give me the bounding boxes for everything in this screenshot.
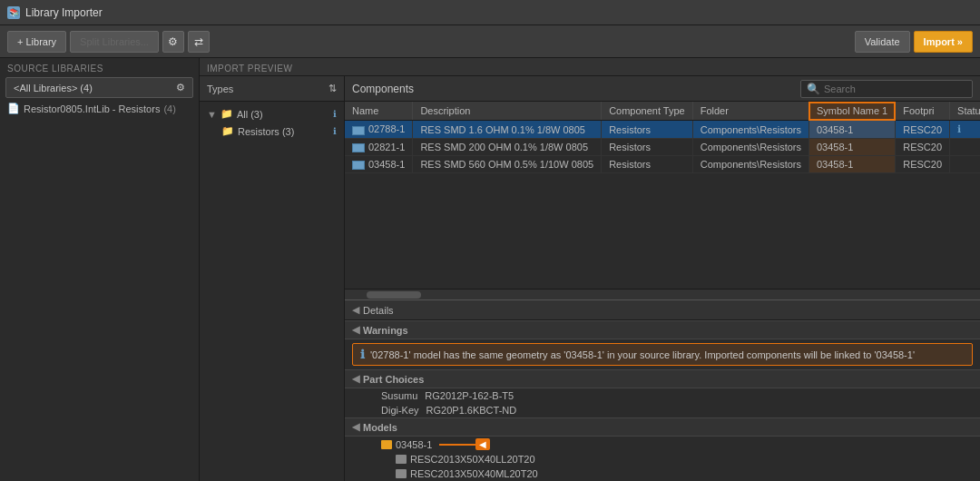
cell-footprint: RESC20 bbox=[896, 139, 950, 156]
all-libraries-label: <All Libraries> (4) bbox=[14, 83, 93, 93]
model-name-2: RESC2013X50X40ML20T20 bbox=[410, 468, 538, 479]
col-component-type: Component Type bbox=[602, 102, 693, 121]
type-all-arrow: ▼ bbox=[207, 109, 217, 120]
warnings-arrow-icon: ◀ bbox=[352, 324, 359, 336]
warning-text: '02788-1' model has the same geometry as… bbox=[370, 349, 915, 360]
col-folder: Folder bbox=[692, 102, 808, 121]
cell-name: 02821-1 bbox=[345, 139, 413, 156]
part-choice-digikey-part: RG20P1.6KBCT-ND bbox=[426, 405, 517, 416]
title-bar-text: Library Importer bbox=[25, 6, 103, 19]
type-resistors-info-icon: ℹ bbox=[333, 126, 337, 136]
resistor-library-item[interactable]: 📄 Resistor0805.IntLib - Resistors (4) bbox=[0, 100, 199, 117]
all-libraries-item[interactable]: <All Libraries> (4) ⚙ bbox=[5, 77, 193, 98]
source-libraries-label: SOURCE LIBRARIES bbox=[0, 58, 199, 75]
warnings-section-header[interactable]: ◀ Warnings bbox=[345, 320, 980, 339]
part-choice-digikey-supplier: Digi-Key bbox=[381, 405, 419, 416]
col-status: Status bbox=[950, 102, 980, 121]
col-symbol-name: Symbol Name 1 bbox=[808, 102, 895, 121]
import-button[interactable]: Import » bbox=[914, 31, 973, 53]
table-row[interactable]: 02821-1 RES SMD 200 OHM 0.1% 1/8W 0805 R… bbox=[345, 139, 980, 156]
part-choices-label: Part Choices bbox=[363, 374, 424, 385]
model-row-2: RESC2013X50X40ML20T20 bbox=[345, 466, 980, 481]
cell-status: ℹ bbox=[950, 121, 980, 139]
arrow-line bbox=[439, 444, 475, 446]
models-section-header[interactable]: ◀ Models bbox=[345, 417, 980, 437]
cell-component-type: Resistors bbox=[602, 139, 693, 156]
row-icon bbox=[352, 126, 365, 135]
col-name: Name bbox=[345, 102, 413, 121]
library-icon: 📄 bbox=[7, 103, 20, 114]
components-panel: Components 🔍 Name Description Component … bbox=[345, 76, 980, 481]
validate-button[interactable]: Validate bbox=[855, 31, 910, 53]
model-highlighted-name: 03458-1 bbox=[396, 439, 432, 450]
split-libraries-button[interactable]: Split Libraries... bbox=[70, 31, 159, 53]
components-table: Name Description Component Type Folder S… bbox=[345, 102, 980, 173]
cell-status bbox=[950, 139, 980, 156]
model-folder-highlighted-icon bbox=[381, 440, 392, 449]
col-description: Description bbox=[413, 102, 602, 121]
cell-name: 03458-1 bbox=[345, 156, 413, 173]
part-choice-digikey: Digi-Key RG20P1.6KBCT-ND bbox=[345, 403, 980, 417]
part-choice-susumu-supplier: Susumu bbox=[381, 390, 417, 401]
cell-footprint: RESC20 bbox=[896, 121, 950, 139]
warnings-label: Warnings bbox=[363, 325, 408, 336]
cell-folder: Components\Resistors bbox=[692, 121, 808, 139]
type-all-item[interactable]: ▼ 📁 All (3) ℹ bbox=[200, 105, 344, 123]
settings-button[interactable]: ⚙ bbox=[162, 31, 184, 53]
components-header: Components 🔍 bbox=[345, 76, 980, 102]
search-input[interactable] bbox=[824, 83, 966, 94]
types-sort-icon[interactable]: ⇅ bbox=[328, 83, 337, 94]
title-bar: 📚 Library Importer bbox=[0, 0, 980, 25]
horizontal-scrollbar[interactable] bbox=[345, 289, 980, 299]
import-preview-label: IMPORT PREVIEW bbox=[200, 58, 980, 76]
col-footprint: Footpri bbox=[896, 102, 950, 121]
cell-footprint: RESC20 bbox=[896, 156, 950, 173]
row-icon bbox=[352, 161, 365, 170]
scroll-thumb[interactable] bbox=[367, 291, 421, 299]
types-panel: Types ⇅ ▼ 📁 All (3) ℹ 📁 Resistors (3) ℹ bbox=[200, 76, 345, 481]
type-all-folder-icon: 📁 bbox=[220, 108, 233, 120]
content-area: IMPORT PREVIEW Types ⇅ ▼ 📁 All (3) ℹ � bbox=[200, 58, 980, 481]
type-all-info-icon: ℹ bbox=[333, 109, 337, 119]
library-gear-icon[interactable]: ⚙ bbox=[176, 82, 185, 93]
type-resistors-item[interactable]: 📁 Resistors (3) ℹ bbox=[200, 123, 344, 140]
details-header[interactable]: ◀ Details bbox=[345, 300, 980, 320]
part-choices-arrow-icon: ◀ bbox=[352, 373, 359, 385]
cell-name: 02788-1 bbox=[345, 121, 413, 139]
components-table-container[interactable]: Name Description Component Type Folder S… bbox=[345, 102, 980, 289]
details-arrow-icon: ◀ bbox=[352, 304, 359, 316]
cell-description: RES SMD 1.6 OHM 0.1% 1/8W 0805 bbox=[413, 121, 602, 139]
preview-area: Types ⇅ ▼ 📁 All (3) ℹ 📁 Resistors (3) ℹ bbox=[200, 76, 980, 481]
model-folder-icon-1 bbox=[396, 455, 407, 464]
type-resistors-folder-icon: 📁 bbox=[221, 125, 234, 137]
cell-symbol-name: 03458-1 bbox=[808, 139, 895, 156]
type-all-label: All (3) bbox=[237, 109, 263, 120]
table-row[interactable]: 02788-1 RES SMD 1.6 OHM 0.1% 1/8W 0805 R… bbox=[345, 121, 980, 139]
refresh-button[interactable]: ⇄ bbox=[188, 31, 210, 53]
cell-description: RES SMD 560 OHM 0.5% 1/10W 0805 bbox=[413, 156, 602, 173]
types-header: Types ⇅ bbox=[200, 76, 344, 102]
warning-info-icon: ℹ bbox=[360, 348, 365, 361]
search-box[interactable]: 🔍 bbox=[800, 80, 973, 98]
cell-folder: Components\Resistors bbox=[692, 139, 808, 156]
table-row[interactable]: 03458-1 RES SMD 560 OHM 0.5% 1/10W 0805 … bbox=[345, 156, 980, 173]
resistor-library-label: Resistor0805.IntLib - Resistors bbox=[24, 103, 160, 114]
search-icon: 🔍 bbox=[807, 83, 820, 95]
part-choice-susumu-part: RG2012P-162-B-T5 bbox=[425, 390, 514, 401]
app-icon: 📚 bbox=[7, 6, 20, 19]
details-panel: ◀ Details ◀ Warnings ℹ '02788-1' model h… bbox=[345, 299, 980, 481]
toolbar: + Library Split Libraries... ⚙ ⇄ Validat… bbox=[0, 25, 980, 58]
add-library-button[interactable]: + Library bbox=[7, 31, 66, 53]
model-highlighted-row: 03458-1 ◀ bbox=[345, 437, 980, 452]
part-choice-susumu: Susumu RG2012P-162-B-T5 bbox=[345, 388, 980, 403]
details-label: Details bbox=[363, 305, 394, 316]
models-arrow-icon: ◀ bbox=[352, 421, 359, 433]
part-choices-section-header[interactable]: ◀ Part Choices bbox=[345, 369, 980, 388]
model-name-1: RESC2013X50X40LL20T20 bbox=[410, 454, 535, 465]
types-label: Types bbox=[207, 83, 233, 94]
cell-symbol-name: 03458-1 bbox=[808, 156, 895, 173]
model-row-1: RESC2013X50X40LL20T20 bbox=[345, 452, 980, 466]
cell-symbol-name: 03458-1 bbox=[808, 121, 895, 139]
components-label: Components bbox=[352, 83, 414, 95]
source-libraries-panel: SOURCE LIBRARIES <All Libraries> (4) ⚙ 📄… bbox=[0, 58, 200, 481]
